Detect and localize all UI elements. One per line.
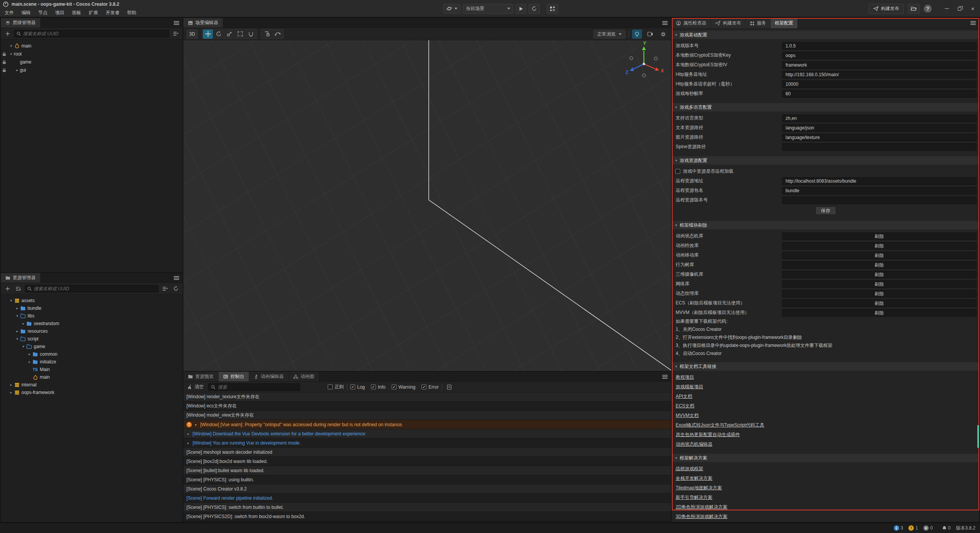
collapse-icon[interactable]: ▾: [15, 337, 20, 341]
hierarchy-search[interactable]: [14, 30, 169, 38]
inspector-tab-1[interactable]: 构建发布: [711, 18, 745, 28]
expand-icon[interactable]: ▸: [186, 441, 190, 445]
console-tab-3[interactable]: 动画图: [289, 372, 319, 381]
section-header-5[interactable]: ▾框架解决方案: [672, 454, 979, 462]
collapse-icon[interactable]: ▾: [8, 52, 14, 56]
log-row[interactable]: [Window] model_view文件夹存在: [183, 411, 671, 420]
log-row[interactable]: [Scene] Forward render pipeline initiali…: [183, 494, 671, 503]
console-search-input[interactable]: [218, 384, 297, 390]
scene-camera-button[interactable]: [645, 29, 655, 39]
console-search[interactable]: [208, 383, 300, 391]
doc-link[interactable]: 教程项目: [676, 374, 694, 381]
doc-link[interactable]: 游戏模板项目: [676, 384, 703, 390]
console-tab-1[interactable]: 控制台: [219, 372, 249, 381]
info-count[interactable]: i 3: [894, 525, 903, 531]
collapse-icon[interactable]: ▾: [8, 44, 14, 48]
doc-link[interactable]: ECS文档: [676, 403, 694, 409]
clear-console-button[interactable]: 清空: [187, 384, 204, 390]
menu-item-1[interactable]: 编辑: [18, 8, 34, 17]
snap-rotate-button[interactable]: [273, 29, 283, 39]
field-input-2[interactable]: [782, 134, 977, 141]
field-input-5[interactable]: [782, 90, 977, 98]
doc-link[interactable]: 全栈开发解决方案: [676, 475, 712, 482]
expand-icon[interactable]: ▸: [8, 391, 14, 394]
expand-icon[interactable]: ▸: [15, 329, 20, 333]
expand-icon[interactable]: ▸: [186, 432, 190, 436]
collapse-logs-icon[interactable]: [445, 383, 454, 391]
close-button[interactable]: ×: [968, 4, 978, 13]
doc-link[interactable]: 3D角色扮演游戏解决方案: [676, 513, 727, 520]
log-row[interactable]: ▸[Window] You are running Vue in develop…: [183, 438, 671, 448]
log-row[interactable]: [Scene] [PHYSICS]: switch from builtin t…: [183, 503, 671, 512]
regex-checkbox[interactable]: 正则: [328, 384, 344, 390]
log-row[interactable]: [Window] ecs文件夹存在: [183, 402, 671, 411]
filter-icon[interactable]: [172, 30, 180, 38]
expand-icon[interactable]: ▸: [27, 352, 32, 356]
menu-item-0[interactable]: 文件: [1, 8, 18, 17]
log-row[interactable]: [Scene] meshopt wasm decoder initialized: [183, 448, 671, 457]
console-tab-0[interactable]: 资源预览: [183, 372, 218, 381]
remove-module-button[interactable]: 剔除: [782, 242, 977, 250]
menu-item-7[interactable]: 帮助: [123, 8, 140, 17]
expand-icon[interactable]: ▸: [15, 306, 20, 310]
toggle-3d-button[interactable]: 3D: [186, 29, 198, 39]
remove-module-button[interactable]: 剔除: [782, 299, 977, 307]
assets-node-internal[interactable]: ▸internal: [1, 381, 183, 389]
scene-viewport[interactable]: Y X Z: [183, 40, 671, 371]
doc-link[interactable]: 2D角色扮演游戏解决方案: [676, 504, 727, 510]
preview-qr-button[interactable]: [547, 4, 558, 14]
filter-icon[interactable]: [161, 285, 169, 293]
hierarchy-node-root[interactable]: ▾root: [1, 50, 183, 58]
remove-module-button[interactable]: 剔除: [782, 290, 977, 298]
console-menu-icon[interactable]: [662, 375, 668, 376]
scale-tool-button[interactable]: [224, 29, 234, 39]
menu-item-6[interactable]: 开发者: [102, 8, 123, 17]
filter-error-checkbox[interactable]: Error: [421, 384, 439, 390]
tab-scene-editor[interactable]: 场景编辑器: [183, 18, 223, 28]
open-folder-button[interactable]: [908, 4, 920, 14]
minimize-button[interactable]: [942, 4, 952, 13]
field-input-3[interactable]: [782, 196, 977, 204]
field-input-1[interactable]: [782, 177, 977, 185]
assets-node-bundle[interactable]: ▸bundle: [1, 304, 183, 312]
filter-warning-checkbox[interactable]: Warning: [392, 384, 415, 390]
expand-icon[interactable]: ▸: [194, 423, 198, 427]
collapse-icon[interactable]: ▾: [8, 299, 14, 302]
inspector-menu-icon[interactable]: [970, 21, 976, 22]
snap-grid-button[interactable]: [262, 29, 272, 39]
remove-module-button[interactable]: 剔除: [782, 309, 977, 317]
assets-node-script[interactable]: ▾script: [1, 335, 183, 343]
scene-select[interactable]: 当前场景: [463, 4, 513, 14]
expand-icon[interactable]: ▸: [27, 360, 32, 364]
assets-node-assets[interactable]: ▾assets: [1, 297, 183, 304]
rect-tool-button[interactable]: [235, 29, 245, 39]
hierarchy-node-gui[interactable]: ▸gui: [1, 66, 183, 74]
preview-platform-select[interactable]: [443, 4, 461, 14]
filter-info-checkbox[interactable]: Info: [371, 384, 385, 390]
filter-log-checkbox[interactable]: Log: [350, 384, 365, 390]
assets-node-seedrandom[interactable]: ▸seedrandom: [1, 320, 183, 327]
assets-menu-icon[interactable]: [174, 276, 179, 277]
view-mode-select[interactable]: 正常浏览: [593, 30, 626, 39]
remove-module-button[interactable]: 剔除: [782, 280, 977, 288]
log-row[interactable]: [Scene] [bullet]:bullet wasm lib loaded.: [183, 466, 671, 475]
hierarchy-node-main[interactable]: ▾main: [1, 42, 183, 50]
assets-node-game[interactable]: ▾game: [1, 343, 183, 350]
menu-item-3[interactable]: 项目: [51, 8, 68, 17]
collapse-icon[interactable]: ▾: [21, 345, 26, 348]
refresh-icon[interactable]: [172, 285, 180, 293]
log-row[interactable]: ▸[Window] Download the Vue Devtools exte…: [183, 429, 671, 438]
section-header-1[interactable]: ▾游戏多语言配置: [672, 103, 979, 111]
log-row[interactable]: !▸[Window] [Vue warn]: Property "onInput…: [183, 420, 671, 429]
inspector-tab-3[interactable]: 框架配置: [771, 18, 797, 28]
sort-icon[interactable]: [14, 285, 23, 293]
tab-hierarchy[interactable]: 层级管理器: [1, 18, 40, 28]
tab-assets[interactable]: 资源管理器: [1, 273, 40, 283]
doc-link[interactable]: Excel格式转Json文件与TypeScript代码工具: [676, 422, 764, 428]
console-tab-2[interactable]: 动画编辑器: [249, 372, 288, 381]
doc-link[interactable]: 新手引导解决方案: [676, 494, 712, 501]
warning-count[interactable]: ! 1: [908, 525, 918, 531]
field-input-2[interactable]: [782, 61, 977, 69]
field-input-0[interactable]: [782, 114, 977, 122]
log-row[interactable]: [Scene] [PHYSICS2D]: switch from box2d-w…: [183, 512, 671, 521]
